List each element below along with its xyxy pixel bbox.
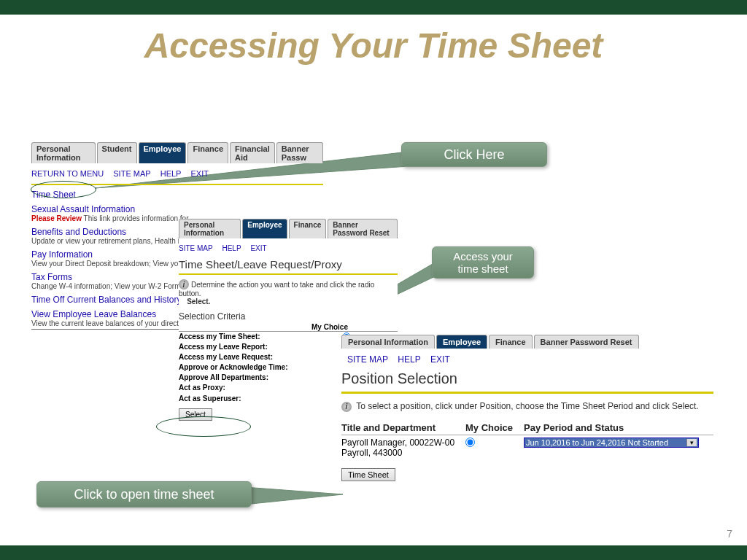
panel1-nav: RETURN TO MENU SITE MAP HELP EXIT [31, 169, 323, 178]
row-label: Access my Leave Request: [179, 353, 273, 362]
nav3-help[interactable]: HELP [398, 354, 420, 365]
nav2-sitemap[interactable]: SITE MAP [179, 244, 213, 252]
tab3-employee[interactable]: Employee [436, 335, 487, 349]
panel2-info: iDetermine the action you want to take a… [179, 279, 398, 306]
divider [341, 392, 713, 394]
highlight-oval-timesheet [31, 181, 96, 198]
nav2-help[interactable]: HELP [222, 244, 241, 252]
tab-financial-aid[interactable]: Financial Aid [230, 142, 275, 163]
panel3-tabs: Personal Information Employee Finance Ba… [341, 335, 713, 349]
col-pay-period: Pay Period and Status [524, 422, 713, 433]
pay-period-dropdown[interactable]: Jun 10,2016 to Jun 24,2016 Not Started ▾ [524, 438, 699, 448]
panel3-col-headers: Title and Department My Choice Pay Perio… [341, 422, 713, 435]
divider [179, 273, 398, 275]
panel2-nav: SITE MAP HELP EXIT [179, 244, 398, 252]
tab3-banner[interactable]: Banner Password Reset [534, 335, 639, 349]
tab3-personal[interactable]: Personal Information [341, 335, 435, 349]
row-label: Access my Time Sheet: [179, 332, 260, 341]
tab-employee[interactable]: Employee [139, 142, 187, 163]
panel2-tabs: Personal Information Employee Finance Ba… [179, 219, 398, 238]
section-label: Selection Criteria [179, 311, 398, 322]
link-sexual-assault[interactable]: Sexual Assault Information [31, 204, 323, 214]
panel-position-selection: Personal Information Employee Finance Ba… [341, 335, 713, 481]
please-review: Please Review [31, 214, 82, 222]
tab3-finance[interactable]: Finance [489, 335, 533, 349]
callout-open-timesheet: Click to open time sheet [36, 481, 252, 508]
tab2-employee[interactable]: Employee [242, 219, 287, 238]
row-label: Access my Leave Report: [179, 343, 268, 351]
panel3-heading: Position Selection [341, 370, 713, 387]
highlight-oval-select [156, 416, 251, 437]
nav-return[interactable]: RETURN TO MENU [31, 169, 104, 178]
timesheet-button[interactable]: Time Sheet [341, 468, 395, 481]
row-title-dept: Payroll Manager, 00022W-00 Payroll, 4430… [341, 438, 465, 458]
tab2-personal[interactable]: Personal Information [179, 219, 241, 238]
nav2-exit[interactable]: EXIT [250, 244, 266, 252]
tab-banner-pw[interactable]: Banner Passw [276, 142, 323, 163]
nav3-exit[interactable]: EXIT [430, 354, 450, 365]
col-title-dept: Title and Department [341, 422, 465, 433]
nav3-sitemap[interactable]: SITE MAP [347, 354, 388, 365]
radio-position[interactable] [465, 438, 475, 447]
position-row: Payroll Manager, 00022W-00 Payroll, 4430… [341, 438, 713, 458]
info-icon: i [179, 279, 189, 289]
info-bold: Select. [187, 298, 210, 306]
panel3-info: i To select a position, click under Posi… [341, 401, 713, 412]
tab2-finance[interactable]: Finance [289, 219, 327, 238]
chevron-down-icon: ▾ [686, 439, 697, 446]
position-dept: Payroll, 443000 [341, 448, 402, 458]
position-title: Payroll Manager, 00022W-00 [341, 438, 454, 448]
svg-marker-3 [244, 487, 343, 505]
page-number: 7 [727, 528, 732, 540]
nav-help[interactable]: HELP [160, 169, 182, 178]
tab-personal-info[interactable]: Personal Information [31, 142, 96, 163]
nav-sitemap[interactable]: SITE MAP [113, 169, 150, 178]
callout-pointer-4 [244, 487, 343, 505]
info-icon: i [341, 402, 352, 412]
panel3-nav: SITE MAP HELP EXIT [347, 354, 713, 365]
top-border [0, 0, 747, 15]
desc-text: This link provides information for [84, 214, 189, 222]
nav-exit[interactable]: EXIT [191, 169, 209, 178]
bottom-border [0, 545, 747, 560]
callout-access-timesheet: Access your time sheet [432, 246, 534, 279]
callout-click-here: Click Here [401, 142, 547, 167]
row-label: Approve All Departments: [179, 373, 268, 382]
panel1-tabs: Personal Information Student Employee Fi… [31, 142, 323, 163]
row-label: Act as Proxy: [179, 384, 225, 393]
col-my-choice: My Choice [465, 422, 524, 433]
dropdown-value: Jun 10,2016 to Jun 24,2016 Not Started [526, 438, 668, 447]
row-label: Approve or Acknowledge Time: [179, 363, 287, 372]
info-text: Determine the action you want to take an… [179, 281, 374, 298]
info3-text: To select a position, click under Positi… [356, 401, 699, 411]
col-header: My Choice [179, 323, 398, 332]
row-label: Act as Superuser: [179, 394, 241, 403]
tab2-banner[interactable]: Banner Password Reset [328, 219, 398, 238]
tab-finance[interactable]: Finance [187, 142, 228, 163]
panel2-heading: Time Sheet/Leave Request/Proxy [179, 258, 398, 271]
tab-student[interactable]: Student [97, 142, 137, 163]
slide-title: Accessing Your Time Sheet [0, 26, 747, 66]
